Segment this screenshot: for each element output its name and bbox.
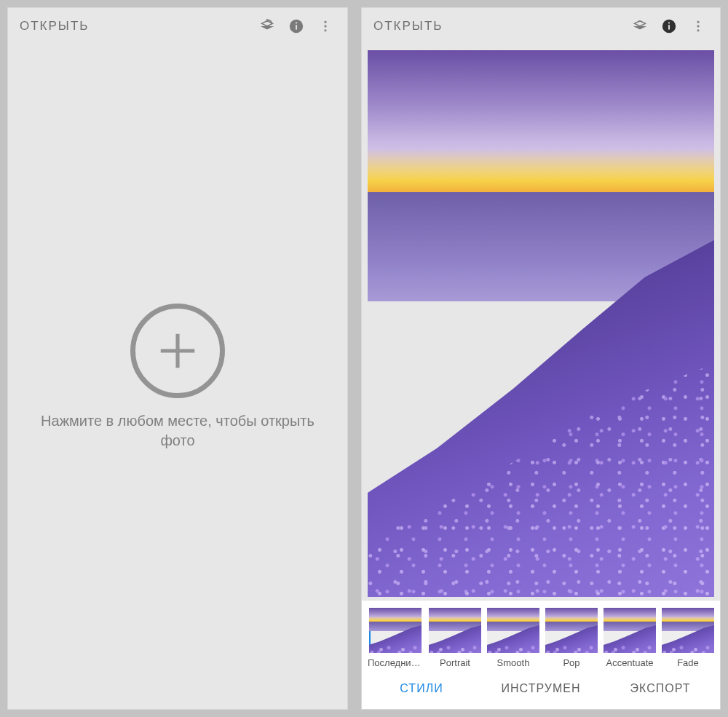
tab-export[interactable]: ЭКСПОРТ (601, 668, 720, 709)
undo-layers-icon[interactable] (625, 12, 654, 41)
screen-open-empty: ОТКРЫТЬ Нажмите в любом месте, чтобы отк… (7, 7, 348, 710)
screen-editor: ОТКРЫТЬ Последние…PortraitSmoothPopAccen… (361, 7, 721, 710)
style-thumb-label: Pop (563, 657, 579, 668)
svg-rect-1 (296, 25, 297, 29)
style-thumb-image (487, 608, 539, 653)
style-thumbnails: Последние…PortraitSmoothPopAccentuateFad… (362, 601, 720, 668)
svg-rect-8 (668, 23, 670, 24)
tab-styles[interactable]: СТИЛИ (362, 668, 481, 709)
open-photo-area[interactable]: Нажмите в любом месте, чтобы открыть фот… (8, 44, 347, 709)
style-thumb[interactable]: Fade (662, 608, 714, 668)
style-thumb[interactable]: Accentuate (604, 608, 656, 668)
svg-point-11 (697, 29, 699, 31)
style-thumb-image (545, 608, 598, 653)
photo-canvas[interactable] (368, 50, 714, 597)
info-icon[interactable] (282, 12, 311, 41)
style-thumb[interactable]: Pop (545, 608, 598, 668)
style-thumb-image (662, 608, 714, 653)
add-photo-button[interactable] (130, 304, 225, 398)
svg-rect-7 (668, 25, 670, 29)
open-button[interactable]: ОТКРЫТЬ (20, 19, 89, 33)
style-thumb-image (429, 608, 481, 653)
bottom-panel: Последние…PortraitSmoothPopAccentuateFad… (362, 600, 720, 709)
svg-rect-2 (296, 23, 297, 24)
style-thumb-label: Smooth (497, 657, 530, 668)
style-thumb-label: Accentuate (606, 657, 653, 668)
overflow-menu-icon[interactable] (311, 12, 340, 41)
svg-point-10 (697, 25, 699, 27)
toolbar: ОТКРЫТЬ (362, 8, 720, 44)
toolbar: ОТКРЫТЬ (8, 8, 347, 44)
undo-layers-icon[interactable] (253, 12, 282, 41)
style-thumb-image (604, 608, 656, 653)
overflow-menu-icon[interactable] (684, 12, 713, 41)
svg-point-9 (697, 21, 699, 23)
tabs: СТИЛИ ИНСТРУМЕН ЭКСПОРТ (362, 668, 720, 709)
style-thumb[interactable]: Portrait (429, 608, 481, 668)
svg-point-4 (324, 25, 326, 27)
style-thumb-label: Portrait (440, 657, 470, 668)
tab-tools[interactable]: ИНСТРУМЕН (481, 668, 601, 709)
open-hint-text: Нажмите в любом месте, чтобы открыть фот… (33, 411, 322, 451)
style-thumb-label: Последние… (368, 657, 423, 668)
photo-preview (368, 50, 714, 597)
svg-point-5 (324, 29, 326, 31)
info-icon[interactable] (654, 12, 684, 41)
open-button[interactable]: ОТКРЫТЬ (373, 19, 443, 33)
style-thumb-label: Fade (677, 657, 699, 668)
style-thumb[interactable]: Smooth (487, 608, 539, 668)
style-thumb-image (369, 608, 422, 653)
svg-point-3 (324, 21, 326, 23)
style-thumb[interactable]: Последние… (368, 608, 423, 668)
